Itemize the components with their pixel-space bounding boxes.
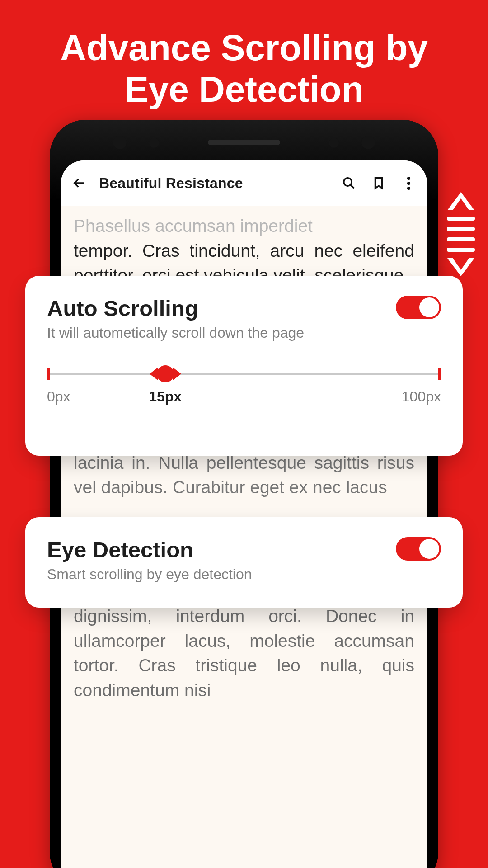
handle-right-icon [173, 368, 181, 380]
triangle-up-icon [447, 192, 474, 210]
phone-frame: Beautiful Resistance Phasellus accumsan … [50, 120, 438, 868]
speed-slider-wrap: 0px 15px 100px [47, 367, 441, 406]
app-bar: Beautiful Resistance [61, 160, 427, 206]
toggle-knob [419, 297, 439, 317]
bar-icon [447, 217, 475, 221]
slider-max-label: 100px [402, 388, 441, 405]
eye-detection-title: Eye Detection [47, 537, 252, 562]
page-title: Beautiful Resistance [99, 175, 243, 192]
auto-scrolling-toggle[interactable] [396, 296, 441, 319]
bar-icon [447, 227, 475, 231]
bar-icon [447, 237, 475, 241]
back-button[interactable] [69, 173, 90, 193]
auto-scrolling-title: Auto Scrolling [47, 296, 304, 321]
speaker-slot [208, 140, 280, 145]
eye-detection-toggle[interactable] [396, 537, 441, 561]
headline-line-2: Eye Detection [0, 69, 488, 110]
phone-screen: Beautiful Resistance Phasellus accumsan … [61, 160, 427, 868]
slider-end-left [47, 368, 50, 380]
card-text: Auto Scrolling It will autometically scr… [47, 296, 304, 341]
camera-dot [113, 136, 127, 149]
auto-scrolling-subtitle: It will autometically scroll down the pa… [47, 325, 304, 341]
bookmark-icon [372, 176, 385, 190]
bar-icon [447, 248, 475, 252]
svg-point-0 [344, 178, 352, 186]
more-dot-icon [407, 182, 410, 185]
slider-labels: 0px 15px 100px [47, 388, 441, 406]
headline-line-1: Advance Scrolling by [0, 27, 488, 69]
search-icon [342, 176, 356, 190]
card-header: Eye Detection Smart scrolling by eye det… [47, 537, 441, 583]
speed-slider[interactable] [47, 367, 441, 381]
sensor-dot [329, 138, 339, 148]
promo-background: Advance Scrolling by Eye Detection Beaut… [0, 0, 488, 868]
toggle-knob [419, 539, 439, 559]
camera-dot [361, 136, 375, 149]
slider-track [47, 373, 441, 375]
more-button[interactable] [398, 173, 419, 193]
eye-detection-subtitle: Smart scrolling by eye detection [47, 566, 252, 583]
card-header: Auto Scrolling It will autometically scr… [47, 296, 441, 341]
bookmark-button[interactable] [368, 173, 389, 193]
reader-line: Phasellus accumsan imperdiet [74, 214, 414, 239]
slider-value-label: 15px [149, 388, 182, 405]
fade-overlay [61, 823, 427, 868]
slider-handle[interactable] [150, 365, 181, 382]
auto-scrolling-card: Auto Scrolling It will autometically scr… [25, 276, 463, 456]
more-dot-icon [407, 187, 410, 190]
sensor-dot [149, 138, 159, 148]
card-text: Eye Detection Smart scrolling by eye det… [47, 537, 252, 583]
eye-detection-card: Eye Detection Smart scrolling by eye det… [25, 517, 463, 608]
arrow-left-icon [73, 176, 86, 190]
search-button[interactable] [338, 173, 359, 193]
triangle-down-icon [447, 258, 474, 276]
slider-end-right [438, 368, 441, 380]
more-dot-icon [407, 177, 410, 180]
handle-circle-icon [157, 365, 174, 382]
promo-headline: Advance Scrolling by Eye Detection [0, 0, 488, 110]
slider-min-label: 0px [47, 388, 70, 405]
scroll-indicator-icon [445, 192, 477, 276]
